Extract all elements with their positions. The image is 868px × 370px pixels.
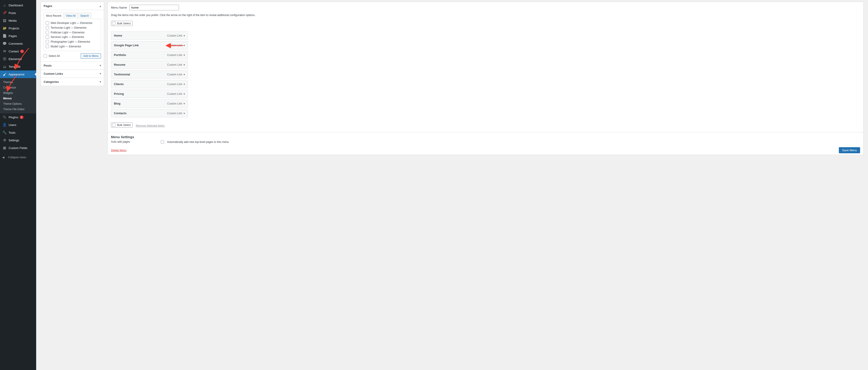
submenu-item-widgets[interactable]: Widgets	[0, 90, 36, 96]
expand-icon: ▾	[100, 80, 101, 83]
auto-add-checkbox[interactable]	[161, 140, 164, 143]
pages-accordion-body: Most Recent View All Search Web Develope…	[41, 10, 104, 61]
main-content: Pages ▴ Most Recent View All Search Web …	[36, 0, 868, 370]
menu-item-type: Custom Link	[167, 92, 182, 96]
template-icon: 🗂	[2, 64, 7, 69]
menu-item-type: Custom Link	[167, 112, 182, 115]
sidebar-item-tools[interactable]: 🔧Tools	[0, 129, 36, 136]
page-item-checkbox[interactable]	[46, 26, 49, 29]
auto-add-option[interactable]: Automatically add new top-level pages to…	[161, 140, 229, 143]
menu-item-home[interactable]: HomeCustom Link▾	[111, 31, 188, 40]
appearance-icon: 🖌	[2, 72, 7, 76]
tab-search[interactable]: Search	[78, 13, 91, 19]
page-item-checkbox[interactable]	[46, 21, 49, 25]
badge: 1	[20, 50, 24, 53]
users-icon: 👤	[2, 123, 7, 127]
select-all-checkbox[interactable]	[43, 54, 47, 58]
chevron-down-icon[interactable]: ▾	[184, 102, 185, 105]
page-item[interactable]: Web Developer Light — Elementor	[46, 21, 99, 26]
sidebar-item-projects[interactable]: 📁Projects	[0, 24, 36, 32]
chevron-down-icon[interactable]: ▾	[184, 92, 185, 96]
menu-item-portfolio[interactable]: PortfolioCustom Link▾	[111, 51, 188, 59]
sidebar-item-plugins[interactable]: 🔌Plugins2	[0, 113, 36, 121]
sidebar-item-users[interactable]: 👤Users	[0, 121, 36, 129]
chevron-down-icon[interactable]: ▾	[184, 112, 185, 115]
page-item-checkbox[interactable]	[46, 40, 49, 43]
menu-name-label: Menu Name	[111, 6, 127, 9]
add-to-menu-button[interactable]: Add to Menu	[81, 53, 101, 59]
collapse-icon: ▴	[100, 4, 101, 8]
bulk-select-checkbox-bottom[interactable]	[112, 123, 116, 127]
drag-hint: Drag the items into the order you prefer…	[111, 13, 860, 17]
remove-selected-link[interactable]: Remove Selected Items	[136, 124, 164, 127]
pages-list: Web Developer Light — ElementorTechnicia…	[43, 19, 101, 51]
menu-item-testimonial[interactable]: TestimonialCustom Link▾	[111, 70, 188, 78]
pages-accordion-header[interactable]: Pages ▴	[41, 2, 104, 10]
tab-view-all[interactable]: View All	[64, 13, 78, 19]
menu-structure-column: Menu Name Drag the items into the order …	[107, 2, 864, 370]
chevron-down-icon[interactable]: ▾	[184, 82, 185, 86]
menu-item-blog[interactable]: BlogCustom Link▾	[111, 99, 188, 108]
submenu-item-customize[interactable]: Customize	[0, 85, 36, 90]
bulk-select-checkbox[interactable]	[112, 22, 116, 25]
submenu-item-themes[interactable]: Themes	[0, 79, 36, 85]
pages-tabs: Most Recent View All Search	[43, 12, 101, 19]
menu-item-clients[interactable]: ClientsCustom Link▾	[111, 80, 188, 88]
menu-item-resume[interactable]: ResumeCustom Link▾	[111, 61, 188, 69]
delete-menu-link[interactable]: Delete Menu	[111, 149, 126, 152]
sidebar-item-contact[interactable]: ✉Contact1	[0, 47, 36, 55]
page-item[interactable]: Photographer Light — Elementor	[46, 39, 99, 44]
page-item[interactable]: Model Light — Elementor	[46, 44, 99, 49]
menu-item-pricing[interactable]: PricingCustom Link▾	[111, 90, 188, 98]
menu-name-input[interactable]	[129, 5, 179, 10]
sidebar-item-posts[interactable]: 📌Posts	[0, 9, 36, 17]
page-item[interactable]: Technician Light — Elementor	[46, 26, 99, 30]
media-icon: 🖼	[2, 18, 7, 23]
expand-icon: ▾	[100, 64, 101, 67]
categories-accordion-header[interactable]: Categories ▾	[41, 78, 104, 86]
tab-most-recent[interactable]: Most Recent	[43, 13, 64, 19]
sidebar-item-elementor[interactable]: ⓔElementor	[0, 55, 36, 63]
chevron-down-icon[interactable]: ▾	[184, 73, 185, 76]
page-item-checkbox[interactable]	[46, 31, 49, 34]
menu-item-contacts[interactable]: ContactsCustom Link▾	[111, 109, 188, 117]
collapse-menu[interactable]: ◀Collapse menu	[0, 154, 36, 161]
posts-accordion-header[interactable]: Posts ▾	[41, 62, 104, 70]
page-item[interactable]: Services Light — Elementor	[46, 35, 99, 39]
sidebar-item-appearance[interactable]: 🖌Appearance	[0, 70, 36, 78]
pages-accordion: Pages ▴ Most Recent View All Search Web …	[41, 2, 104, 62]
bulk-select-bottom[interactable]: Bulk Select	[111, 122, 133, 128]
settings-icon: ⚙	[2, 138, 7, 142]
sidebar-item-custom-fields[interactable]: ▦Custom Fields	[0, 144, 36, 152]
menu-settings-title: Menu Settings	[111, 135, 860, 139]
menu-item-type: Custom Link	[167, 82, 182, 86]
menu-editor-panel: Menu Name Drag the items into the order …	[107, 2, 864, 155]
page-item[interactable]: Politician Light — Elementor	[46, 30, 99, 35]
bulk-select-top[interactable]: Bulk Select	[111, 21, 133, 26]
sidebar-item-pages[interactable]: 📄Pages	[0, 32, 36, 40]
posts-accordion: Posts ▾	[41, 61, 104, 70]
page-item-checkbox[interactable]	[46, 45, 49, 48]
menu-item-title: Testimonial	[114, 73, 130, 76]
custom-links-accordion-header[interactable]: Custom Links ▾	[41, 70, 104, 78]
sidebar-item-media[interactable]: 🖼Media	[0, 17, 36, 24]
submenu-item-theme-options[interactable]: Theme Options	[0, 101, 36, 106]
save-menu-button[interactable]: Save Menu	[839, 147, 860, 153]
menu-items-list: HomeCustom Link▾Google Page LinkCustom L…	[108, 29, 863, 122]
menu-item-title: Google Page Link	[114, 43, 139, 47]
sidebar-item-comments[interactable]: 💬Comments	[0, 40, 36, 47]
sidebar-item-template[interactable]: 🗂Template	[0, 63, 36, 70]
chevron-down-icon[interactable]: ▾	[184, 63, 185, 66]
chevron-down-icon[interactable]: ▾	[184, 34, 185, 37]
select-all[interactable]: Select All	[43, 54, 60, 58]
chevron-down-icon[interactable]: ▾	[184, 44, 185, 47]
sidebar-item-dashboard[interactable]: ⌂Dashboard	[0, 1, 36, 9]
submenu-item-theme-file-editor[interactable]: Theme File Editor	[0, 106, 36, 112]
submenu-item-menus[interactable]: Menus	[0, 96, 36, 101]
sidebar-item-settings[interactable]: ⚙Settings	[0, 136, 36, 144]
pages-title: Pages	[43, 4, 52, 8]
page-item-checkbox[interactable]	[46, 35, 49, 39]
menu-item-google-page-link[interactable]: Google Page LinkCustom Link▾	[111, 41, 188, 49]
chevron-down-icon[interactable]: ▾	[184, 54, 185, 57]
menu-item-type: Custom Link	[167, 34, 182, 37]
